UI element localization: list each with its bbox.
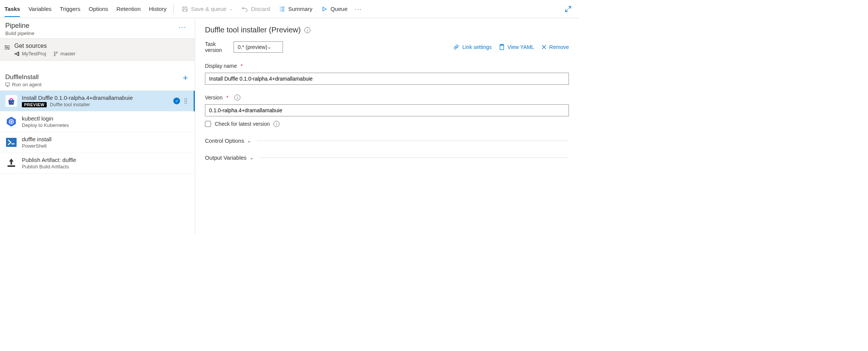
discard-button[interactable]: Discard: [240, 3, 272, 14]
link-icon: [453, 44, 459, 50]
task-version-label: Task version: [205, 41, 226, 53]
output-variables-label: Output Variables: [205, 154, 247, 161]
repo-name: MyTestProj: [22, 51, 46, 56]
repo-meta: MyTestProj: [14, 51, 46, 56]
pipeline-subtitle: Build pipeline: [5, 31, 34, 36]
save-and-queue-label: Save & queue: [191, 6, 226, 12]
tab-variables[interactable]: Variables: [28, 1, 51, 17]
task-desc: Publish Build Artifacts: [22, 164, 69, 169]
task-desc: Deploy to Kubernetes: [22, 122, 69, 128]
task-detail-title-text: Duffle tool installer (Preview): [205, 26, 301, 34]
task-row[interactable]: Publish Artifact: duffle Publish Build A…: [0, 153, 195, 174]
tab-history[interactable]: History: [149, 1, 167, 17]
task-icon: [5, 157, 17, 169]
tab-options[interactable]: Options: [89, 1, 108, 17]
output-variables-section[interactable]: Output Variables ⌄: [205, 154, 569, 161]
branch-name: master: [60, 51, 75, 56]
task-row[interactable]: kubectl login Deploy to Kubernetes: [0, 111, 195, 132]
agent-job-name: DuffleInstall: [5, 73, 41, 81]
svg-point-1: [57, 52, 58, 53]
view-yaml-label: View YAML: [507, 44, 534, 50]
svg-rect-3: [6, 83, 9, 85]
svg-point-5: [9, 102, 11, 103]
pipeline-header[interactable]: Pipeline Build pipeline ···: [0, 18, 195, 39]
get-sources-row[interactable]: Get sources MyTestProj master: [0, 39, 195, 61]
expand-icon[interactable]: [565, 6, 571, 12]
get-sources-title: Get sources: [14, 43, 75, 49]
more-actions-button[interactable]: ···: [353, 3, 364, 14]
add-task-button[interactable]: ＋: [181, 73, 189, 82]
toolbar-separator: [173, 5, 174, 14]
chevron-down-icon: ⌄: [267, 44, 271, 50]
agent-icon: [5, 82, 10, 87]
pipeline-more-button[interactable]: ···: [176, 22, 189, 33]
task-icon: [5, 116, 17, 128]
play-icon: [321, 6, 327, 12]
tab-triggers[interactable]: Triggers: [60, 1, 80, 17]
control-options-section[interactable]: Control Options ⌄: [205, 137, 569, 144]
required-marker: *: [226, 95, 228, 101]
info-icon[interactable]: i: [274, 121, 280, 127]
chevron-down-icon: ⌄: [250, 155, 254, 160]
task-name: Publish Artifact: duffle: [22, 157, 189, 163]
task-list: Install Duffle 0.1.0-ralpha.4+dramallama…: [0, 91, 195, 174]
info-icon[interactable]: i: [234, 95, 240, 101]
task-version-value: 0.* (preview): [238, 44, 267, 50]
link-settings-label: Link settings: [462, 44, 492, 50]
pipeline-tabbar: Tasks Variables Triggers Options Retenti…: [0, 0, 579, 18]
svg-point-0: [54, 52, 55, 53]
summary-button[interactable]: Summary: [278, 3, 314, 14]
version-label: Version: [205, 95, 223, 101]
preview-badge: PREVIEW: [22, 102, 47, 107]
pipeline-title: Pipeline: [5, 22, 34, 30]
branch-icon: [53, 51, 58, 56]
vs-icon: [14, 51, 20, 56]
task-icon: [5, 136, 17, 148]
task-detail-pane: Duffle tool installer (Preview) i Task v…: [195, 18, 579, 234]
chevron-down-icon: ⌄: [229, 6, 233, 11]
close-icon: [542, 45, 546, 49]
agent-job-sub: Run on agent: [12, 82, 41, 87]
discard-label: Discard: [251, 6, 270, 12]
queue-button[interactable]: Queue: [320, 3, 349, 14]
link-settings-button[interactable]: Link settings: [453, 44, 492, 50]
task-row[interactable]: Install Duffle 0.1.0-ralpha.4+dramallama…: [0, 91, 195, 111]
tab-retention[interactable]: Retention: [116, 1, 141, 17]
drag-handle-icon[interactable]: [185, 98, 188, 104]
summary-label: Summary: [288, 6, 312, 12]
agent-job-header[interactable]: DuffleInstall Run on agent ＋: [0, 68, 195, 91]
svg-rect-14: [8, 165, 15, 167]
remove-label: Remove: [549, 44, 569, 50]
required-marker: *: [241, 63, 243, 69]
queue-label: Queue: [330, 6, 347, 12]
task-name: Install Duffle 0.1.0-ralpha.4+dramallama…: [22, 95, 169, 101]
check-latest-label: Check for latest version: [215, 121, 270, 127]
info-icon[interactable]: i: [304, 27, 310, 33]
display-name-input[interactable]: [205, 73, 569, 85]
svg-point-2: [54, 55, 55, 56]
task-name: kubectl login: [22, 115, 189, 122]
svg-point-6: [12, 102, 13, 103]
chevron-down-icon: ⌄: [247, 138, 251, 143]
tab-tasks[interactable]: Tasks: [5, 1, 20, 17]
save-icon: [182, 6, 188, 12]
control-options-label: Control Options: [205, 137, 244, 144]
view-yaml-button[interactable]: View YAML: [499, 44, 534, 50]
pipeline-left-pane: Pipeline Build pipeline ··· Get sources …: [0, 18, 195, 234]
display-name-label: Display name: [205, 63, 237, 69]
version-input[interactable]: [205, 104, 569, 116]
task-row[interactable]: duffle install PowerShell: [0, 132, 195, 153]
check-icon: ✓: [173, 98, 180, 104]
list-icon: [279, 6, 285, 12]
remove-button[interactable]: Remove: [542, 44, 569, 50]
task-detail-title: Duffle tool installer (Preview) i: [205, 26, 569, 34]
clipboard-icon: [499, 44, 504, 50]
task-desc: PowerShell: [22, 143, 47, 149]
task-desc: Duffle tool installer: [50, 102, 90, 107]
task-name: duffle install: [22, 136, 189, 142]
sources-icon: [4, 44, 11, 51]
task-icon: [5, 95, 17, 107]
save-and-queue-button[interactable]: Save & queue ⌄: [180, 3, 234, 14]
check-latest-checkbox[interactable]: [205, 121, 211, 127]
task-version-select[interactable]: 0.* (preview) ⌄: [234, 41, 283, 53]
